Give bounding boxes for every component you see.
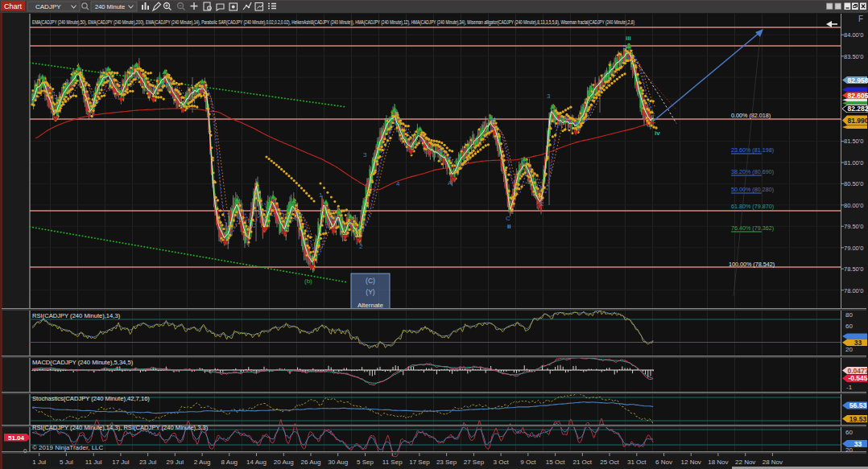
svg-text:83.50'0: 83.50'0 [844,53,863,60]
svg-text:20: 20 [845,346,853,353]
svg-text:RSI(CADJPY (240 Minute),14,3),: RSI(CADJPY (240 Minute),14,3), RSI(CADJP… [32,424,209,431]
svg-text:20 Aug: 20 Aug [274,459,294,466]
svg-text:78.50'0: 78.50'0 [844,265,863,273]
svg-text:Alternate: Alternate [358,302,384,309]
svg-text:19.53: 19.53 [849,415,867,423]
svg-text:56.53: 56.53 [849,401,867,409]
svg-text:100.00% (78.542): 100.00% (78.542) [729,261,775,268]
svg-text:27 Sep: 27 Sep [464,459,485,466]
svg-text:33: 33 [854,440,862,448]
svg-text:14 Aug: 14 Aug [246,459,267,466]
svg-text:F: F [858,14,863,23]
svg-text:C: C [506,215,510,222]
svg-text:2 Aug: 2 Aug [194,459,210,466]
svg-text:(C): (C) [366,277,375,285]
svg-text:A: A [448,179,453,187]
svg-text:4: 4 [576,120,580,127]
svg-text:(b): (b) [304,278,312,285]
svg-text:11 Jul: 11 Jul [85,459,102,466]
svg-text:29 Jul: 29 Jul [167,459,184,466]
svg-text:Stochastics(CADJPY (240 Minute: Stochastics(CADJPY (240 Minute),42,7,16) [32,395,150,402]
svg-text:Chart: Chart [4,2,23,10]
svg-text:28 Nov: 28 Nov [763,459,783,466]
svg-text:1: 1 [319,191,323,199]
svg-text:80: 80 [845,311,853,319]
svg-text:(Y): (Y) [366,288,375,296]
svg-text:60: 60 [845,429,853,436]
svg-text:iv: iv [655,130,660,137]
svg-text:84.00'0: 84.00'0 [844,31,863,39]
svg-text:30 Aug: 30 Aug [328,459,348,466]
svg-text:17 Jul: 17 Jul [112,459,130,466]
svg-text:240 Minute: 240 Minute [95,3,125,10]
svg-text:-0.545: -0.545 [848,374,867,382]
svg-text:5 Sep: 5 Sep [357,459,374,466]
svg-text:9 Oct: 9 Oct [520,459,536,466]
svg-text:76.40% (79.362): 76.40% (79.362) [731,224,774,232]
svg-text:17 Sep: 17 Sep [409,459,430,466]
svg-text:80.50'0: 80.50'0 [844,180,863,187]
svg-text:ii: ii [507,223,510,230]
svg-text:3: 3 [547,93,551,100]
svg-text:MACD(CADJPY (240 Minute),5,34,: MACD(CADJPY (240 Minute),5,34,5) [32,359,134,366]
svg-text:i: i [394,102,395,109]
svg-text:50.00% (80.280): 50.00% (80.280) [731,186,774,193]
svg-text:0: 0 [23,447,27,455]
svg-text:8 Aug: 8 Aug [221,459,238,466]
svg-text:78.00'0: 78.00'0 [844,287,863,294]
svg-text:5 Jul: 5 Jul [60,459,73,466]
svg-text:RSI(CADJPY (240 Minute),14,3): RSI(CADJPY (240 Minute),14,3) [32,312,121,319]
svg-text:22 Nov: 22 Nov [735,459,755,466]
svg-text:6 Nov: 6 Nov [655,459,672,466]
svg-text:21 Oct: 21 Oct [573,459,593,466]
svg-text:15 Oct: 15 Oct [546,459,565,466]
svg-text:12 Nov: 12 Nov [681,459,701,466]
svg-text:25 Oct: 25 Oct [600,459,619,466]
svg-text:B: B [491,117,495,125]
svg-text:0.0477: 0.0477 [848,367,868,375]
svg-text:5: 5 [395,110,399,117]
svg-text:79.50'0: 79.50'0 [844,223,863,230]
svg-text:38.20% (80.690): 38.20% (80.690) [731,168,774,175]
svg-text:11 Sep: 11 Sep [382,459,403,466]
svg-text:© 2019 NinjaTrader, LLC: © 2019 NinjaTrader, LLC [32,444,104,451]
svg-text:61.80% (79.870): 61.80% (79.870) [731,203,774,210]
svg-text:5: 5 [623,43,627,51]
svg-text:23 Jul: 23 Jul [139,459,157,466]
svg-text:4: 4 [396,180,400,187]
svg-text:81.990: 81.990 [848,117,868,125]
svg-text:18 Nov: 18 Nov [708,459,728,466]
svg-text:81.50'0: 81.50'0 [844,138,863,145]
svg-text:1 Jul: 1 Jul [32,459,46,466]
svg-text:-1: -1 [846,384,853,391]
svg-text:80.00'0: 80.00'0 [844,202,863,209]
svg-text:82.282: 82.282 [848,105,868,113]
svg-text:31 Oct: 31 Oct [627,459,647,466]
svg-text:0.00% (82.018): 0.00% (82.018) [731,112,771,119]
svg-text:3 Oct: 3 Oct [494,459,510,466]
svg-text:82.958: 82.958 [848,76,868,84]
svg-text:81.00'0: 81.00'0 [844,159,863,167]
svg-text:CADJPY: CADJPY [35,3,61,10]
svg-text:iii: iii [626,35,631,42]
svg-text:23.60% (81.198): 23.60% (81.198) [731,146,774,154]
svg-text:51.04: 51.04 [8,434,25,442]
svg-text:3: 3 [363,151,367,158]
svg-text:2: 2 [540,200,544,208]
svg-text:EMA(CADJPY (240 Minute),50), E: EMA(CADJPY (240 Minute),50), EMA(CADJPY … [32,19,634,26]
svg-text:82.605: 82.605 [848,92,868,100]
svg-text:2: 2 [359,243,363,250]
svg-text:26 Aug: 26 Aug [301,459,321,466]
svg-text:60: 60 [845,323,853,330]
svg-text:79.00'0: 79.00'0 [844,245,863,252]
svg-text:33: 33 [854,339,862,347]
svg-text:23 Sep: 23 Sep [436,459,457,466]
svg-text:1: 1 [523,159,527,167]
